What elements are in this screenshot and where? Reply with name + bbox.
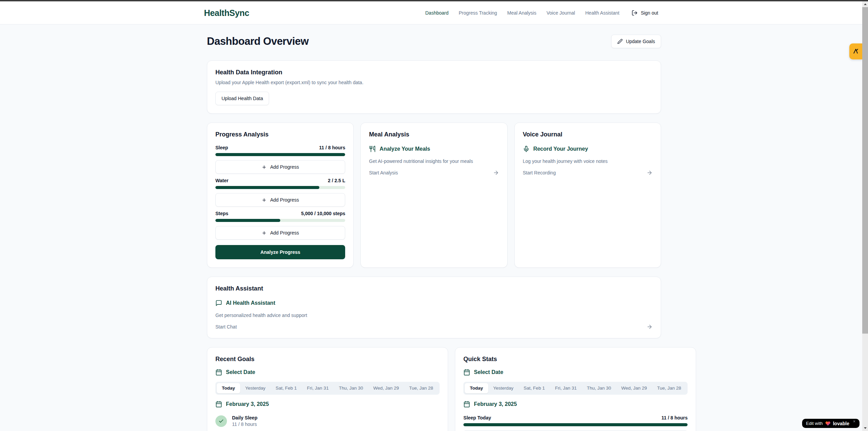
action-label: Start Analysis [369,170,398,175]
feature-label: AI Health Assistant [226,300,275,306]
date-tab-jan28[interactable]: Tue, Jan 28 [652,383,686,393]
date-tab-bar: Today Yesterday Sat, Feb 1 Fri, Jan 31 T… [215,382,440,395]
date-tab-yesterday[interactable]: Yesterday [488,383,519,393]
water-progress-bar [215,186,345,189]
date-tab-jan30[interactable]: Thu, Jan 30 [582,383,616,393]
upload-health-data-button[interactable]: Upload Health Data [215,92,269,105]
lovable-side-tab-button[interactable] [849,43,862,59]
start-recording-link[interactable]: Start Recording [523,170,653,176]
metric-label-water: Water [215,178,228,183]
analyze-progress-button[interactable]: Analyze Progress [215,245,345,259]
top-nav: HealthSync Dashboard Progress Tracking M… [0,1,862,24]
arrow-right-icon [493,170,499,176]
scrollbar-up-arrow[interactable] [862,1,868,7]
record-your-journey-link[interactable]: Record Your Journey [523,146,653,152]
date-tab-today[interactable]: Today [465,383,488,393]
check-circle-icon [215,415,227,427]
selected-date-display: February 3, 2025 [215,401,440,408]
health-data-description: Upload your Apple Health export (export.… [215,80,653,85]
start-chat-link[interactable]: Start Chat [215,324,653,330]
metric-value-steps: 5,000 / 10,000 steps [301,211,345,216]
lovable-brand-text: lovable [833,421,849,426]
date-tab-today[interactable]: Today [217,383,240,393]
add-progress-water-button[interactable]: Add Progress [215,193,345,207]
metric-value-sleep: 11 / 8 hours [319,145,345,150]
arrow-right-icon [646,170,653,176]
pencil-icon [617,39,623,44]
date-tab-jan29[interactable]: Wed, Jan 29 [616,383,652,393]
calendar-icon [463,369,470,376]
health-assistant-title: Health Assistant [215,285,653,292]
nav-item-progress-tracking[interactable]: Progress Tracking [459,10,497,16]
selected-date-label: February 3, 2025 [226,401,269,407]
recent-goals-card: Recent Goals Select Date Today Yesterday… [207,347,448,431]
sleep-today-progress-bar [463,423,688,426]
start-analysis-link[interactable]: Start Analysis [369,170,499,176]
calendar-icon [215,401,222,408]
health-assistant-card: Health Assistant AI Health Assistant Get… [207,277,661,338]
nav-item-dashboard[interactable]: Dashboard [425,10,449,16]
edit-with-lovable-badge[interactable]: Edit with lovable × [802,419,860,428]
add-progress-label: Add Progress [270,164,299,170]
scrollbar-thumb[interactable] [862,7,868,334]
select-date-label: Select Date [226,369,255,375]
arrow-right-icon [646,324,653,330]
goal-name: Daily Sleep [232,415,258,420]
add-progress-label: Add Progress [270,197,299,203]
select-date-button[interactable]: Select Date [215,369,440,376]
chat-bubble-icon [215,300,222,306]
action-label: Start Recording [523,170,556,175]
health-data-title: Health Data Integration [215,69,653,76]
sign-out-button[interactable]: Sign out [632,10,658,16]
calendar-icon [463,401,470,408]
date-tab-jan28[interactable]: Tue, Jan 28 [404,383,438,393]
sleep-progress-bar [215,153,345,156]
add-progress-label: Add Progress [270,230,299,236]
date-tab-yesterday[interactable]: Yesterday [240,383,271,393]
nav-item-voice-journal[interactable]: Voice Journal [547,10,575,16]
lovable-heart-icon [825,421,831,426]
progress-analysis-title: Progress Analysis [215,131,345,138]
analyze-your-meals-link[interactable]: Analyze Your Meals [369,146,499,152]
add-progress-sleep-button[interactable]: Add Progress [215,160,345,174]
date-tab-bar: Today Yesterday Sat, Feb 1 Fri, Jan 31 T… [463,382,688,395]
meal-analysis-card: Meal Analysis Analyze Your Meals Get AI-… [360,123,507,268]
vertical-scrollbar[interactable] [862,0,868,431]
sign-out-label: Sign out [641,10,658,16]
date-tab-feb1[interactable]: Sat, Feb 1 [270,383,302,393]
goal-list-item: Daily Sleep 11 / 8 hours [215,415,440,427]
select-date-button[interactable]: Select Date [463,369,688,376]
selected-date-display: February 3, 2025 [463,401,688,408]
log-out-icon [632,10,638,16]
nav-links: Dashboard Progress Tracking Meal Analysi… [425,10,658,16]
progress-analysis-card: Progress Analysis Sleep 11 / 8 hours Add… [207,123,354,268]
scrollbar-down-arrow[interactable] [862,425,868,431]
plus-icon [262,230,267,236]
selected-date-label: February 3, 2025 [474,401,517,407]
nav-item-health-assistant[interactable]: Health Assistant [585,10,619,16]
stat-value: 11 / 8 hours [661,415,688,420]
date-tab-jan29[interactable]: Wed, Jan 29 [368,383,404,393]
update-goals-button[interactable]: Update Goals [611,35,661,48]
date-tab-feb1[interactable]: Sat, Feb 1 [518,383,550,393]
date-tab-jan31[interactable]: Fri, Jan 31 [302,383,334,393]
brand-logo: HealthSync [204,8,249,18]
voice-journal-description: Log your health journey with voice notes [523,158,653,164]
lovable-mark-icon [852,48,860,55]
voice-journal-title: Voice Journal [523,131,653,138]
utensils-icon [369,146,376,152]
close-icon[interactable]: × [853,419,855,424]
ai-health-assistant-link[interactable]: AI Health Assistant [215,300,653,306]
sleep-progress-fill [215,153,345,156]
health-data-integration-card: Health Data Integration Upload your Appl… [207,60,661,114]
nav-item-meal-analysis[interactable]: Meal Analysis [507,10,536,16]
date-tab-jan30[interactable]: Thu, Jan 30 [334,383,368,393]
browser-top-strip [0,0,868,1]
recent-goals-title: Recent Goals [215,356,440,363]
add-progress-steps-button[interactable]: Add Progress [215,226,345,240]
health-assistant-description: Get personalized health advice and suppo… [215,313,653,318]
quick-stats-title: Quick Stats [463,356,688,363]
stat-label: Sleep Today [463,415,491,420]
feature-label: Analyze Your Meals [379,146,430,152]
date-tab-jan31[interactable]: Fri, Jan 31 [550,383,582,393]
